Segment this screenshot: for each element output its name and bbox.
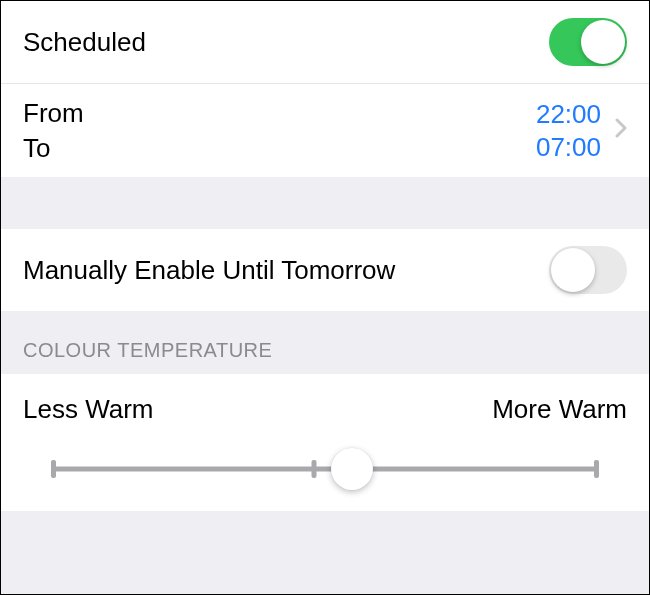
more-warm-label: More Warm [492,394,627,425]
manual-enable-label: Manually Enable Until Tomorrow [23,255,395,286]
from-time-value: 22:00 [536,98,601,131]
toggle-knob [581,20,625,64]
toggle-knob [551,248,595,292]
slider-track [53,467,597,472]
slider-labels: Less Warm More Warm [23,394,627,425]
schedule-time-values: 22:00 07:00 [536,98,601,163]
scheduled-label: Scheduled [23,27,146,58]
scheduled-group: Scheduled From To 22:00 07:00 [1,1,649,177]
colour-temperature-section: Less Warm More Warm [1,374,649,511]
manual-enable-row[interactable]: Manually Enable Until Tomorrow [1,229,649,311]
manual-enable-toggle[interactable] [549,246,627,294]
less-warm-label: Less Warm [23,394,154,425]
chevron-right-icon [615,118,627,144]
colour-temperature-slider[interactable] [53,449,597,489]
slider-center-tick [312,460,317,478]
manual-enable-group: Manually Enable Until Tomorrow [1,229,649,311]
slider-end-right [594,460,599,478]
schedule-times-row[interactable]: From To 22:00 07:00 [1,83,649,177]
to-label: To [23,132,84,165]
scheduled-row[interactable]: Scheduled [1,1,649,83]
from-label: From [23,97,84,130]
scheduled-toggle[interactable] [549,18,627,66]
schedule-time-labels: From To [23,97,84,164]
section-gap [1,177,649,229]
to-time-value: 07:00 [536,131,601,164]
colour-temperature-header: COLOUR TEMPERATURE [1,311,649,374]
slider-thumb[interactable] [331,448,373,490]
slider-end-left [51,460,56,478]
